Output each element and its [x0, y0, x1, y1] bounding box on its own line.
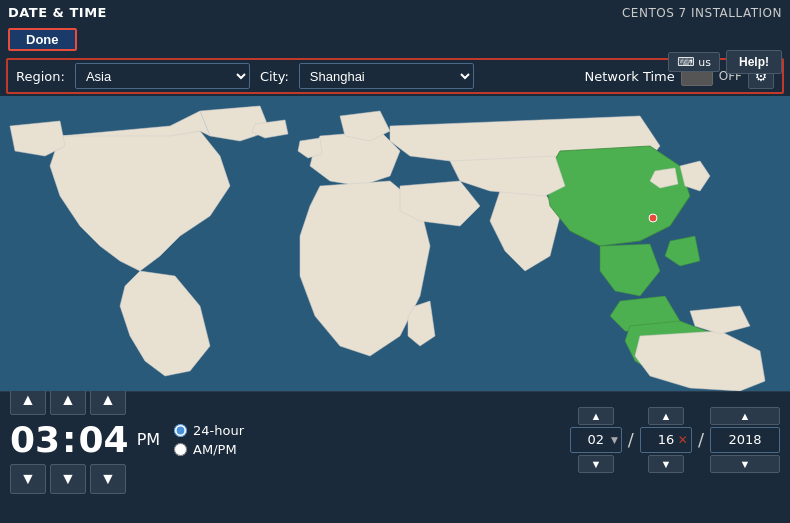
year-spinner: ▲ 2018 ▼ — [710, 407, 780, 473]
month-up-button[interactable]: ▲ — [578, 407, 614, 425]
date-separator-2: / — [698, 429, 704, 450]
day-display: 16 ✕ — [640, 427, 692, 453]
svg-point-1 — [649, 214, 657, 222]
time-section: ▲ ▲ ▲ 03 : 04 PM ▼ ▼ ▼ — [10, 385, 160, 494]
year-down-button[interactable]: ▼ — [710, 455, 780, 473]
city-label: City: — [260, 69, 289, 84]
done-button[interactable]: Done — [8, 28, 77, 51]
format-ampm-label[interactable]: AM/PM — [174, 442, 244, 457]
format-24-text: 24-hour — [193, 423, 244, 438]
month-down-button[interactable]: ▼ — [578, 455, 614, 473]
region-dropdown-container: Asia Africa America Europe Australia Pac… — [75, 63, 250, 89]
city-dropdown-container: Shanghai Beijing Hong Kong Tokyo Seoul — [299, 63, 474, 89]
month-dropdown-arrow: ▼ — [611, 435, 618, 445]
install-title: CENTOS 7 INSTALLATION — [622, 6, 782, 20]
hours-display: 03 — [10, 419, 60, 460]
format-24-label[interactable]: 24-hour — [174, 423, 244, 438]
ampm-display: PM — [137, 430, 160, 449]
ampm-down-button[interactable]: ▼ — [90, 464, 126, 494]
minutes-down-button[interactable]: ▼ — [50, 464, 86, 494]
time-format-section: 24-hour AM/PM — [174, 423, 244, 457]
time-colon: : — [62, 419, 76, 460]
bottom-controls: ▲ ▲ ▲ 03 : 04 PM ▼ ▼ ▼ 24-hour AM/PM — [0, 391, 790, 487]
help-button[interactable]: Help! — [726, 50, 782, 74]
month-display: 02 ▼ — [570, 427, 622, 453]
year-up-button[interactable]: ▲ — [710, 407, 780, 425]
day-clear-icon[interactable]: ✕ — [678, 433, 688, 447]
format-ampm-text: AM/PM — [193, 442, 237, 457]
world-map-svg — [0, 96, 790, 391]
year-display: 2018 — [710, 427, 780, 453]
minutes-display: 04 — [79, 419, 129, 460]
day-down-button[interactable]: ▼ — [648, 455, 684, 473]
network-time-label: Network Time — [585, 69, 675, 84]
keyboard-locale: us — [698, 56, 711, 69]
page-title: DATE & TIME — [8, 5, 107, 20]
keyboard-icon: ⌨ — [677, 55, 694, 69]
world-map[interactable] — [0, 96, 790, 391]
city-select[interactable]: Shanghai Beijing Hong Kong Tokyo Seoul — [299, 63, 474, 89]
day-up-button[interactable]: ▲ — [648, 407, 684, 425]
month-spinner: ▲ 02 ▼ ▼ — [570, 407, 622, 473]
down-arrows-row: ▼ ▼ ▼ — [10, 464, 126, 494]
format-ampm-radio[interactable] — [174, 443, 187, 456]
region-select[interactable]: Asia Africa America Europe Australia Pac… — [75, 63, 250, 89]
hours-down-button[interactable]: ▼ — [10, 464, 46, 494]
date-section: ▲ 02 ▼ ▼ / ▲ 16 ✕ ▼ / ▲ 2018 ▼ — [570, 407, 780, 473]
format-24-radio[interactable] — [174, 424, 187, 437]
page-header: DATE & TIME CENTOS 7 INSTALLATION — [0, 0, 790, 22]
region-label: Region: — [16, 69, 65, 84]
date-separator-1: / — [628, 429, 634, 450]
time-display: 03 : 04 PM — [10, 419, 160, 460]
keyboard-button[interactable]: ⌨ us — [668, 52, 720, 72]
day-spinner: ▲ 16 ✕ ▼ — [640, 407, 692, 473]
